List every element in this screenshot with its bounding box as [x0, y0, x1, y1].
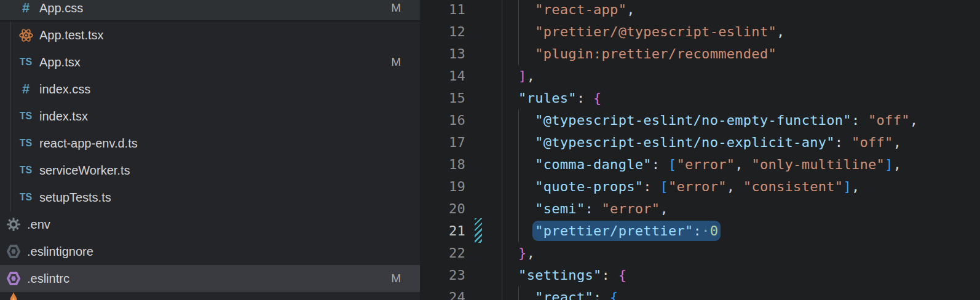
- code-text: "@typescript-eslint/no-explicit-any": "o…: [502, 132, 901, 154]
- explorer-sidebar: #App.cssMApp.test.tsxTSApp.tsxM#index.cs…: [0, 0, 420, 300]
- token: [502, 157, 535, 172]
- eslint-icon: [6, 270, 22, 286]
- token: "error": [668, 179, 727, 194]
- file-item-.eslintignore[interactable]: .eslintignore: [0, 238, 420, 265]
- code-text: ],: [502, 65, 535, 87]
- file-name: .eslintrc: [27, 265, 69, 292]
- code-line-11[interactable]: 11 "react-app",: [420, 0, 980, 21]
- line-number[interactable]: 24: [420, 286, 465, 300]
- token: ]: [518, 68, 527, 84]
- file-name: index.css: [39, 76, 90, 103]
- token: ,: [776, 24, 785, 39]
- code-text: "settings": {: [502, 264, 626, 286]
- line-number[interactable]: 14: [420, 65, 465, 87]
- text-selection: "prettier/prettier":·0: [535, 223, 718, 239]
- ts-icon: TS: [18, 108, 34, 124]
- git-modified-badge: M: [391, 49, 401, 76]
- token: :: [652, 157, 668, 172]
- code-line-14[interactable]: 14 ],: [420, 65, 980, 87]
- code-text: "quote-props": ["error", "consistent"],: [502, 176, 859, 198]
- line-number[interactable]: 17: [420, 132, 465, 154]
- file-name: serviceWorker.ts: [39, 157, 130, 184]
- file-item-App.test.tsx[interactable]: App.test.tsx: [0, 22, 420, 49]
- token: :: [835, 135, 852, 150]
- token: [502, 201, 535, 216]
- token: "consistent": [743, 179, 844, 194]
- line-number[interactable]: 23: [420, 264, 465, 286]
- code-line-23[interactable]: 23 "settings": {: [420, 264, 980, 286]
- code-line-21[interactable]: 21 "prettier/prettier":·0: [420, 220, 980, 242]
- token: [502, 290, 535, 300]
- file-item-react-app-env.d.ts[interactable]: TSreact-app-env.d.ts: [0, 130, 420, 157]
- line-number[interactable]: 16: [420, 109, 465, 132]
- token: :: [577, 90, 593, 106]
- ts-icon: TS: [18, 135, 34, 151]
- code-line-24[interactable]: 24 "react": {: [420, 286, 980, 300]
- token: ,: [735, 157, 751, 172]
- file-item-App.css[interactable]: #App.cssM: [0, 0, 420, 22]
- file-name: App.css: [39, 0, 83, 22]
- line-number[interactable]: 15: [420, 87, 465, 109]
- token: ,: [660, 201, 668, 216]
- line-number[interactable]: 20: [420, 198, 465, 220]
- token: "prettier/prettier": [535, 223, 693, 239]
- token: [502, 179, 535, 194]
- token: "off": [852, 135, 893, 150]
- css-icon: #: [18, 0, 34, 16]
- line-number[interactable]: 22: [420, 242, 465, 264]
- token: "off": [868, 112, 910, 128]
- code-line-16[interactable]: 16 "@typescript-eslint/no-empty-function…: [420, 109, 980, 132]
- token: :: [602, 267, 618, 283]
- token: :: [694, 223, 702, 239]
- line-number[interactable]: 18: [420, 154, 465, 176]
- file-item-setupTests.ts[interactable]: TSsetupTests.ts: [0, 184, 420, 211]
- ts-icon: TS: [18, 189, 34, 205]
- token: :: [852, 112, 868, 128]
- token: "rules": [518, 90, 577, 106]
- file-item-.eslintrc[interactable]: .eslintrcM: [0, 265, 420, 292]
- file-item-App.tsx[interactable]: TSApp.tsxM: [0, 49, 420, 76]
- file-item-partial[interactable]: [0, 292, 420, 300]
- code-line-15[interactable]: 15 "rules": {: [420, 87, 980, 109]
- file-item-serviceWorker.ts[interactable]: TSserviceWorker.ts: [0, 157, 420, 184]
- code-text: "semi": "error",: [502, 198, 668, 220]
- file-item-index.tsx[interactable]: TSindex.tsx: [0, 103, 420, 130]
- flame-icon: [6, 293, 22, 300]
- token: ]: [843, 179, 852, 194]
- file-item-index.css[interactable]: #index.css: [0, 76, 420, 103]
- token: "comma-dangle": [535, 157, 652, 172]
- token: [502, 267, 518, 283]
- token: ·: [701, 223, 710, 239]
- code-line-22[interactable]: 22 },: [420, 242, 980, 264]
- code-line-20[interactable]: 20 "semi": "error",: [420, 198, 980, 220]
- code-line-19[interactable]: 19 "quote-props": ["error", "consistent"…: [420, 176, 980, 198]
- token: {: [610, 290, 618, 300]
- line-number[interactable]: 12: [420, 21, 465, 43]
- token: :: [585, 201, 601, 216]
- code-text: "comma-dangle": ["error", "only-multilin…: [502, 154, 901, 176]
- token: ,: [727, 179, 743, 194]
- token: "only-multiline": [751, 157, 885, 172]
- code-line-12[interactable]: 12 "prettier/@typescript-eslint",: [420, 21, 980, 43]
- code-line-13[interactable]: 13 "plugin:prettier/recommended": [420, 43, 980, 65]
- token: [502, 135, 535, 150]
- token: [502, 24, 535, 39]
- code-text: "rules": {: [502, 87, 602, 109]
- git-modified-badge: M: [391, 265, 401, 292]
- gear-icon: [6, 216, 22, 232]
- token: ,: [527, 68, 535, 84]
- line-number[interactable]: 19: [420, 176, 465, 198]
- code-line-17[interactable]: 17 "@typescript-eslint/no-explicit-any":…: [420, 132, 980, 154]
- token: ,: [893, 135, 902, 150]
- code-text: "react": {: [502, 286, 618, 300]
- token: [502, 46, 535, 61]
- code-editor[interactable]: 11 "react-app",12 "prettier/@typescript-…: [420, 0, 980, 300]
- token: }: [518, 245, 527, 261]
- line-number[interactable]: 13: [420, 43, 465, 65]
- line-number[interactable]: 11: [420, 0, 465, 21]
- token: ,: [852, 179, 860, 194]
- line-number[interactable]: 21: [420, 220, 465, 242]
- code-line-18[interactable]: 18 "comma-dangle": ["error", "only-multi…: [420, 154, 980, 176]
- file-item-.env[interactable]: .env: [0, 211, 420, 238]
- token: "quote-props": [535, 179, 643, 194]
